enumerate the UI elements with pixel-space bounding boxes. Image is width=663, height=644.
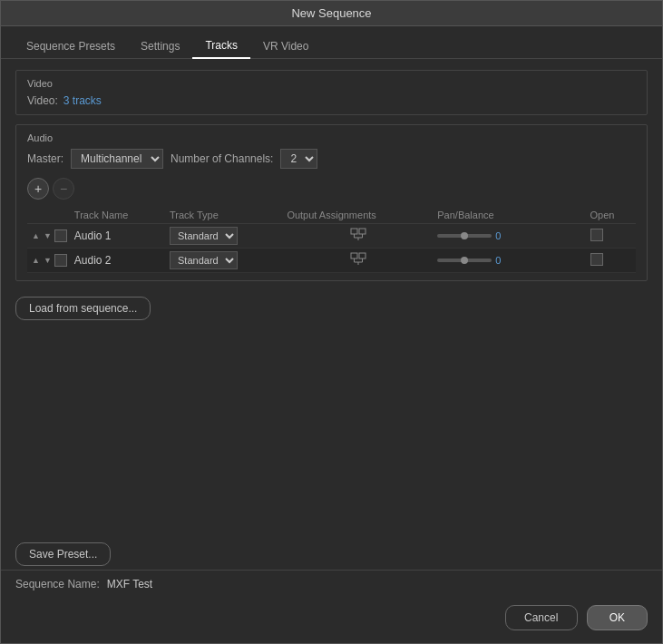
col-header-pan-balance: Pan/Balance: [434, 207, 586, 224]
track-1-name: Audio 1: [71, 224, 166, 249]
track-2-pan-value: 0: [495, 255, 504, 266]
audio-section-label: Audio: [27, 132, 636, 143]
tab-bar: Sequence Presets Settings Tracks VR Vide…: [1, 26, 662, 59]
svg-rect-7: [359, 253, 366, 259]
tab-sequence-presets[interactable]: Sequence Presets: [14, 34, 128, 58]
svg-rect-0: [351, 229, 357, 234]
track-1-type-cell: Standard Mono 5.1 Adaptive: [166, 224, 283, 249]
track-1-pan-cell: 0: [434, 224, 586, 249]
channels-label: Number of Channels:: [171, 152, 273, 165]
master-row: Master: Multichannel Stereo 5.1 Mono Num…: [27, 149, 636, 169]
svg-rect-6: [351, 253, 357, 259]
tab-settings[interactable]: Settings: [128, 34, 192, 58]
output-assignments-icon-2: [350, 252, 366, 267]
main-content: Video Video: 3 tracks Audio Master: Mult…: [1, 59, 662, 289]
title-bar: New Sequence: [1, 1, 662, 26]
track-1-checkbox[interactable]: [54, 229, 67, 242]
col-header-output-assignments: Output Assignments: [283, 207, 434, 224]
remove-track-button[interactable]: −: [53, 178, 74, 200]
track-1-controls: ▲ ▼: [27, 224, 71, 249]
track-2-output: [283, 249, 434, 273]
bottom-controls: Load from sequence...: [1, 289, 662, 327]
audio-section: Audio Master: Multichannel Stereo 5.1 Mo…: [15, 124, 648, 281]
svg-rect-1: [359, 229, 366, 234]
output-assignments-icon: [350, 228, 366, 242]
col-header-open: Open: [587, 207, 636, 224]
video-section: Video Video: 3 tracks: [15, 70, 648, 115]
dialog: New Sequence Sequence Presets Settings T…: [0, 0, 663, 644]
cancel-button[interactable]: Cancel: [505, 605, 578, 630]
sequence-name-label: Sequence Name:: [15, 578, 100, 590]
dialog-title: New Sequence: [291, 6, 371, 20]
track-1-up-icon[interactable]: ▲: [31, 230, 41, 241]
master-label: Master:: [27, 152, 63, 165]
track-2-name: Audio 2: [71, 249, 166, 273]
track-2-checkbox[interactable]: [54, 254, 67, 267]
track-1-type-select[interactable]: Standard Mono 5.1 Adaptive: [170, 227, 238, 245]
master-select[interactable]: Multichannel Stereo 5.1 Mono: [71, 149, 163, 169]
video-tracks-value: 3 tracks: [63, 94, 102, 107]
track-1-pan-slider[interactable]: [437, 234, 492, 238]
track-2-open-cell: [587, 249, 636, 273]
col-header-controls: [27, 207, 71, 224]
table-row: ▲ ▼ Audio 2 Standard Mono 5.1 Adapt: [27, 249, 636, 273]
col-header-track-type: Track Type: [166, 207, 283, 224]
action-buttons: Cancel OK: [1, 598, 662, 643]
ok-button[interactable]: OK: [587, 605, 648, 630]
track-2-open-checkbox[interactable]: [590, 253, 603, 266]
track-2-type-cell: Standard Mono 5.1 Adaptive: [166, 249, 283, 273]
video-section-label: Video: [27, 78, 636, 89]
col-header-track-name: Track Name: [71, 207, 166, 224]
load-from-sequence-button[interactable]: Load from sequence...: [15, 297, 151, 320]
track-2-down-icon[interactable]: ▼: [43, 255, 53, 266]
track-2-up-icon[interactable]: ▲: [31, 255, 41, 266]
save-preset-button[interactable]: Save Preset...: [15, 542, 111, 566]
track-1-open-checkbox[interactable]: [590, 229, 603, 241]
sequence-name-value: MXF Test: [107, 578, 152, 590]
save-preset-section: Save Preset...: [1, 535, 662, 570]
track-controls: + −: [27, 178, 636, 200]
table-row: ▲ ▼ Audio 1 Standard Mono 5.1 Adapt: [27, 224, 636, 249]
tab-tracks[interactable]: Tracks: [192, 34, 250, 59]
channels-select[interactable]: 1 2 3 4 5 6: [280, 149, 317, 169]
sequence-name-bar: Sequence Name: MXF Test: [1, 570, 662, 598]
track-1-pan-value: 0: [495, 230, 504, 241]
track-1-open-cell: [587, 224, 636, 249]
track-1-output: [283, 224, 434, 249]
video-row: Video: 3 tracks: [27, 94, 636, 107]
add-track-button[interactable]: +: [27, 178, 49, 200]
track-2-controls: ▲ ▼: [27, 249, 71, 273]
spacer: [1, 327, 662, 536]
track-2-pan-cell: 0: [434, 249, 586, 273]
track-2-type-select[interactable]: Standard Mono 5.1 Adaptive: [170, 251, 238, 269]
track-1-down-icon[interactable]: ▼: [43, 230, 53, 241]
track-2-pan-slider[interactable]: [437, 259, 492, 262]
tab-vr-video[interactable]: VR Video: [250, 34, 321, 58]
video-label: Video:: [27, 94, 58, 107]
track-table: Track Name Track Type Output Assignments…: [27, 207, 636, 273]
